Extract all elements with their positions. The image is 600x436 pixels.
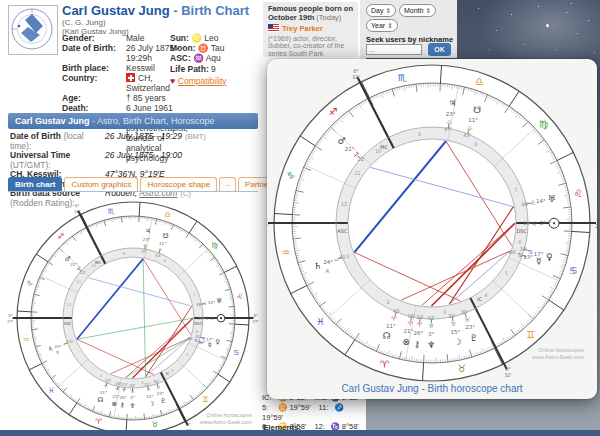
year-select[interactable]: Year⇕ — [366, 19, 398, 32]
svg-text:♀: ♀ — [546, 252, 553, 262]
svg-text:02': 02' — [427, 315, 435, 321]
tab-custom-graphics[interactable]: Custom graphics — [64, 177, 138, 191]
updown-arrows-icon: ⇕ — [425, 7, 430, 14]
person-alias-1: (C. G. Jung) — [62, 18, 106, 27]
tabs-underline — [8, 191, 258, 192]
tab-birth-chart[interactable]: Birth chart — [8, 177, 62, 191]
svg-text:♎: ♎ — [467, 124, 472, 131]
svg-text:30': 30' — [519, 246, 527, 252]
detail-label: Gender: — [62, 33, 126, 43]
watermark-line-1: Online horoscopes — [532, 347, 584, 354]
day-select[interactable]: Day⇕ — [366, 4, 396, 17]
svg-text:23°: 23° — [465, 324, 475, 330]
birth-data-suffix: (BMT) — [185, 132, 206, 141]
svg-text:26°: 26° — [119, 395, 126, 400]
svg-text:♋: ♋ — [202, 336, 206, 341]
svg-text:IC: IC — [477, 296, 482, 302]
house-degree-value: 19°59' — [262, 413, 283, 422]
svg-text:ASC: ASC — [64, 321, 72, 326]
svg-text:48': 48' — [521, 201, 529, 207]
svg-text:♅: ♅ — [548, 194, 556, 204]
svg-text:⚷: ⚷ — [414, 339, 421, 349]
svg-text:♆: ♆ — [129, 402, 135, 410]
svg-text:3°: 3° — [130, 395, 135, 400]
svg-text:3°: 3° — [253, 313, 258, 318]
svg-text:33': 33' — [448, 313, 456, 319]
svg-text:ASC: ASC — [337, 228, 348, 234]
month-select[interactable]: Month⇕ — [399, 4, 436, 17]
seek-day-month-row: Day⇕Month⇕ — [366, 4, 439, 17]
chart-caption-link[interactable]: Carl Gustav Jung - Birth horoscope chart — [267, 383, 597, 394]
svg-text:12: 12 — [67, 302, 72, 307]
svg-text:3°: 3° — [428, 331, 434, 337]
svg-text:♈: ♈ — [380, 359, 389, 370]
svg-text:27': 27' — [595, 223, 597, 229]
svg-text:26°: 26° — [414, 330, 424, 336]
svg-text:R: R — [56, 350, 59, 355]
compatibility-link[interactable]: Compatibility — [178, 76, 227, 86]
svg-text:48': 48' — [196, 302, 202, 307]
svg-text:13°: 13° — [198, 340, 205, 345]
svg-text:♇: ♇ — [160, 397, 166, 405]
zodiac-sign-glyph-icon: ♌ — [191, 33, 204, 43]
tab--[interactable]: - — [219, 177, 236, 191]
svg-text:5: 5 — [505, 270, 508, 276]
svg-text:22': 22' — [80, 270, 86, 275]
svg-text:♋: ♋ — [569, 265, 578, 276]
ok-button[interactable]: OK — [428, 43, 451, 56]
svg-text:♐: ♐ — [329, 106, 338, 117]
svg-text:11°: 11° — [386, 323, 396, 329]
svg-text:08': 08' — [408, 313, 416, 319]
seek-born-on-label: Seek users born on — [366, 0, 440, 2]
svg-text:♈: ♈ — [417, 321, 423, 328]
nickname-input[interactable] — [366, 44, 422, 55]
svg-text:♎: ♎ — [475, 76, 484, 87]
svg-text:♓: ♓ — [316, 316, 325, 327]
svg-text:♒: ♒ — [333, 256, 338, 263]
svg-text:47': 47' — [444, 126, 452, 132]
svg-text:15°: 15° — [450, 329, 460, 335]
birth-data-row: Date of Birth (local time):26 July 1875 … — [10, 132, 260, 151]
svg-text:♉: ♉ — [464, 316, 469, 323]
svg-text:30': 30' — [195, 334, 201, 339]
svg-text:47': 47' — [141, 249, 147, 254]
birth-data-row: Universal Time (UT/GMT):26 July 1875 - 1… — [10, 151, 260, 170]
svg-text:♌: ♌ — [573, 188, 582, 199]
svg-text:♒: ♒ — [62, 342, 66, 347]
detail-value: † 85 years — [126, 93, 190, 103]
svg-text:0°: 0° — [75, 203, 80, 208]
svg-text:♋: ♋ — [528, 248, 533, 255]
svg-text:♌: ♌ — [530, 199, 535, 206]
svg-text:30': 30' — [461, 309, 469, 315]
svg-text:♒: ♒ — [282, 247, 291, 258]
zodiac-sign-glyph-icon: ♊ — [278, 403, 289, 412]
zodiac-sign-glyph-icon: ♐ — [335, 403, 344, 412]
svg-text:32': 32' — [352, 74, 360, 80]
svg-text:☿: ☿ — [536, 256, 542, 266]
svg-text:17°: 17° — [206, 337, 213, 342]
svg-text:24': 24' — [122, 382, 128, 387]
chart-popup-panel: ♈♉♊♋♌♍♎♏♐♑♒♓123456789101112ASCDSCMCIC3°2… — [267, 59, 597, 399]
svg-text:☽: ☽ — [454, 337, 462, 347]
svg-text:13°: 13° — [523, 254, 533, 260]
svg-text:11': 11' — [67, 339, 73, 344]
heart-icon: ♥ — [170, 76, 178, 86]
detail-value: Leo — [204, 33, 218, 43]
logo-chart-thumbnail[interactable] — [8, 5, 58, 55]
svg-text:43': 43' — [393, 308, 401, 314]
svg-text:32': 32' — [504, 372, 512, 378]
svg-text:43': 43' — [463, 132, 471, 138]
section-bar-name: Carl Gustav Jung — [15, 116, 90, 126]
svg-text:11°: 11° — [159, 241, 166, 246]
swiss-flag-icon — [126, 73, 135, 82]
tab-horoscope-shape[interactable]: Horoscope shape — [140, 177, 217, 191]
detail-value: 9 — [211, 64, 216, 74]
page-title: Carl Gustav Jung - Birth Chart — [62, 3, 249, 18]
svg-text:30': 30' — [153, 379, 159, 384]
svg-text:14°: 14° — [208, 300, 215, 305]
famous-person-link[interactable]: Trey Parker — [282, 24, 323, 33]
section-bar-subtitle: - Astro, Birth Chart, Horoscope — [90, 116, 215, 126]
famous-person-row: Trey Parker — [268, 24, 353, 34]
watermark-line-1: Online horoscopes — [148, 412, 252, 419]
svg-text:R: R — [326, 268, 330, 274]
